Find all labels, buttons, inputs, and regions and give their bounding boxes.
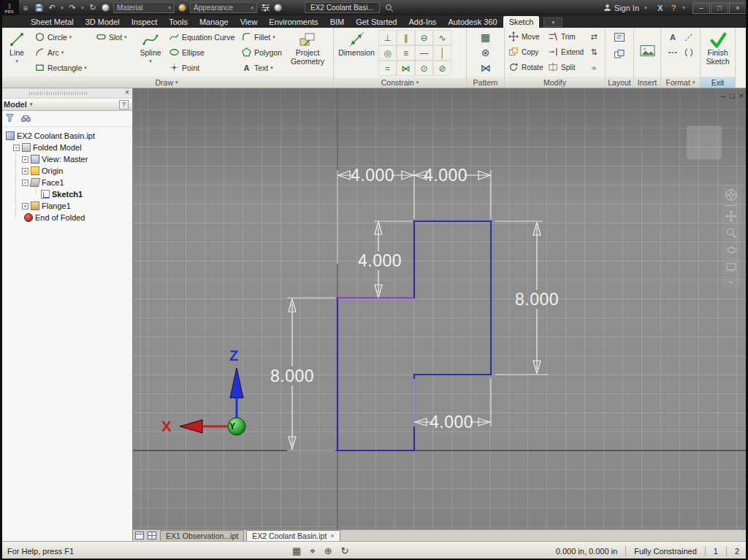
exchange-apps-icon[interactable]: X [654, 1, 666, 14]
rectangle-button[interactable]: Rectangle ▾ [33, 60, 93, 75]
rectangular-pattern-button[interactable]: ▦ [481, 29, 490, 45]
tree-item-flange1[interactable]: + Flange1 [1, 200, 131, 212]
dimension-graphics[interactable] [287, 170, 549, 450]
appearance-combo[interactable]: Appearance ▾ [190, 2, 257, 13]
material-combo[interactable]: Material ▾ [113, 2, 175, 13]
help-icon[interactable]: ? [668, 1, 679, 14]
panel-draw-label[interactable]: Draw ▾ [0, 77, 333, 88]
line-button[interactable]: Line ▾ [2, 29, 31, 64]
measure-icon[interactable]: ⊕ [324, 545, 332, 557]
tab-add-ins[interactable]: Add-Ins [402, 16, 442, 28]
tile-grid-icon[interactable] [147, 531, 157, 540]
constraint-symmetric-button[interactable]: ⋈ [397, 61, 415, 76]
circular-pattern-button[interactable]: ⊛ [481, 45, 490, 60]
doc-close-icon[interactable]: × [739, 91, 744, 100]
app-menu-icon[interactable]: ≡ [20, 1, 31, 14]
mirror-button[interactable]: ⋈ [481, 60, 491, 75]
save-icon[interactable] [33, 1, 45, 14]
format-text-button[interactable]: A [665, 29, 681, 45]
orbit-icon[interactable] [725, 243, 738, 256]
tree-item-origin[interactable]: + Origin [1, 165, 131, 177]
circle-button[interactable]: Circle ▾ [33, 29, 93, 45]
constraint-coincident-button[interactable]: ⊙ [415, 61, 433, 76]
dimension-value[interactable]: 4.000 [358, 251, 402, 271]
split-button[interactable]: Split [546, 60, 587, 75]
stretch-button[interactable]: ⇅ [588, 45, 600, 60]
constraint-smooth-button[interactable]: ∿ [433, 30, 451, 45]
copy-button[interactable]: Copy [507, 45, 545, 60]
find-icon[interactable] [20, 112, 31, 126]
dimension-value[interactable]: 8.000 [270, 367, 314, 386]
rotate-button[interactable]: Rotate [507, 60, 545, 75]
pan-icon[interactable] [725, 210, 738, 223]
dimension-value[interactable]: 4.000 [351, 166, 394, 185]
polygon-button[interactable]: Polygon [240, 45, 286, 60]
create-block-button[interactable] [614, 29, 625, 45]
help-dropdown-icon[interactable]: ▾ [681, 1, 687, 14]
doc-minimize-icon[interactable]: – [721, 91, 725, 100]
tab-environments[interactable]: Environments [263, 16, 324, 28]
redo-dropdown-icon[interactable]: ▾ [80, 1, 85, 14]
arc-button[interactable]: Arc ▾ [33, 45, 93, 60]
constraint-perpendicular-button[interactable]: ⊥ [378, 30, 397, 45]
tab-tools[interactable]: Tools [163, 16, 194, 28]
slot-button[interactable]: Slot ▾ [94, 29, 134, 45]
collapse-icon[interactable]: − [13, 145, 20, 151]
full-navigation-wheel-icon[interactable] [725, 188, 738, 202]
project-geometry-button[interactable]: Project Geometry [288, 29, 327, 66]
tab-bim[interactable]: BIM [324, 16, 351, 28]
dimension-value[interactable]: 4.000 [424, 166, 468, 185]
panel-constrain-label[interactable]: Constrain ▾ [334, 77, 466, 88]
tree-item-sketch1[interactable]: Sketch1 [1, 188, 131, 200]
tab-sketch[interactable]: Sketch [503, 16, 540, 28]
fillet-button[interactable]: Fillet ▾ [240, 29, 286, 45]
look-at-icon[interactable] [725, 260, 738, 273]
panel-modify-label[interactable]: Modify [505, 77, 605, 88]
grid-snap-icon[interactable]: ▦ [292, 545, 301, 557]
browser-help-icon[interactable]: ? [119, 100, 129, 110]
constraint-vertical-button[interactable]: │ [433, 45, 451, 61]
panel-layout-label[interactable]: Layout [606, 77, 633, 88]
nav-more-icon[interactable]: ⌄ [728, 277, 734, 285]
tab-manage[interactable]: Manage [194, 16, 234, 28]
equation-curve-button[interactable]: Equation Curve [167, 29, 238, 45]
ribbon-display-toggle[interactable]: ▾ [543, 18, 562, 27]
panel-format-label[interactable]: Format ▾ [661, 77, 700, 88]
constraint-concentric-button[interactable]: ◎ [378, 45, 397, 61]
search-icon[interactable] [383, 1, 395, 14]
precise-input-icon[interactable]: ⌖ [310, 545, 315, 557]
zoom-icon[interactable] [725, 226, 738, 239]
collapse-icon[interactable]: − [22, 180, 28, 186]
construction-button[interactable] [681, 29, 697, 45]
tile-windows-icon[interactable] [134, 531, 145, 540]
viewcube[interactable] [687, 126, 722, 159]
constraint-fix-button[interactable]: ⊘ [433, 61, 451, 76]
spline-button[interactable]: Spline ▾ [135, 29, 166, 64]
close-button[interactable]: × [729, 2, 747, 14]
tab-get-started[interactable]: Get Started [350, 16, 402, 28]
browser-header[interactable]: Model ▾ ? [0, 99, 132, 111]
doc-tab-ex2-coolant-basin[interactable]: EX2 Coolant Basin.ipt × [246, 530, 340, 541]
trim-button[interactable]: Trim [546, 29, 587, 45]
constraint-horizontal-button[interactable]: — [415, 45, 433, 61]
tree-item-end-of-folded[interactable]: End of Folded [1, 212, 131, 223]
centerline-button[interactable] [665, 45, 681, 60]
offset-button[interactable]: ≈ [588, 60, 600, 75]
maximize-button[interactable]: □ [711, 2, 728, 14]
text-button[interactable]: A Text ▾ [240, 60, 286, 75]
browser-titlebar[interactable]: × [0, 88, 132, 99]
point-button[interactable]: Point [167, 60, 238, 75]
scale-button[interactable]: ⇄ [588, 29, 600, 45]
panel-pattern-label[interactable]: Pattern [467, 77, 504, 88]
adjust-appearance-icon[interactable] [259, 1, 271, 14]
doc-restore-icon[interactable]: □ [730, 91, 735, 100]
constraint-collinear-button[interactable]: ≡ [397, 45, 415, 61]
tree-item-view-master[interactable]: + View: Master [1, 153, 131, 165]
drag-handle[interactable] [29, 92, 88, 95]
undo-icon[interactable]: ↶ [46, 1, 58, 14]
sign-in-button[interactable]: Sign In ▾ [603, 1, 649, 14]
expand-icon[interactable]: + [22, 156, 28, 163]
dimension-value[interactable]: 4.000 [430, 413, 473, 432]
move-button[interactable]: Move [507, 29, 545, 45]
panel-exit-label[interactable]: Exit [701, 77, 735, 88]
